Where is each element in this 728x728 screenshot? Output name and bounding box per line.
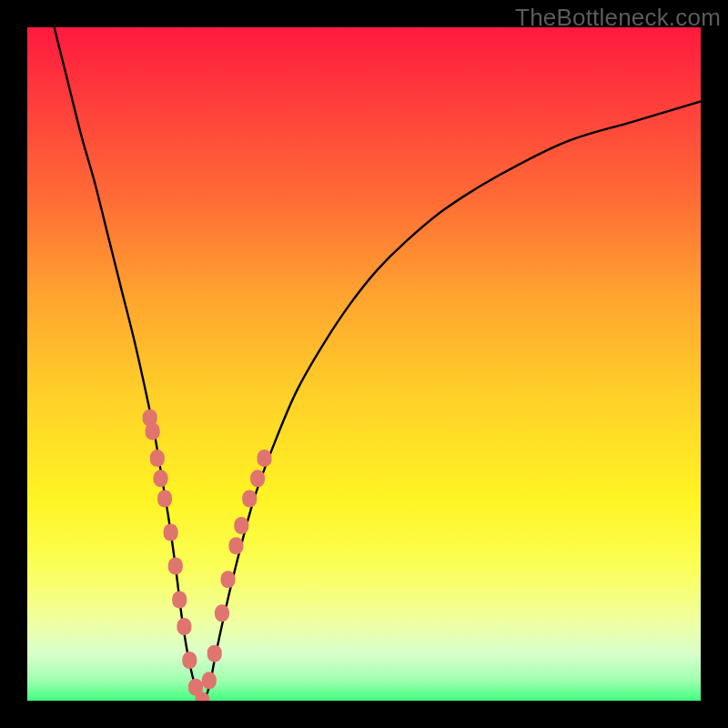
marker-dot (182, 652, 197, 669)
chart-frame: TheBottleneck.com (0, 0, 728, 728)
marker-dot (221, 571, 236, 588)
marker-dot (234, 517, 248, 534)
marker-dot (172, 592, 187, 609)
marker-dot (154, 470, 168, 487)
marker-dot (228, 537, 243, 554)
marker-dot (207, 645, 222, 662)
marker-dot (168, 558, 183, 575)
marker-dot (146, 423, 160, 440)
marker-dot (242, 490, 257, 508)
marker-dot (150, 450, 165, 467)
marker-dot (177, 618, 191, 635)
marker-dot (250, 470, 265, 487)
watermark-text: TheBottleneck.com (515, 4, 721, 32)
marker-dot (258, 450, 272, 467)
marker-dot (202, 672, 217, 689)
marker-dot (215, 604, 229, 622)
marker-dot (164, 524, 178, 541)
marker-dot (157, 490, 172, 508)
bottleneck-curve (55, 27, 701, 701)
chart-overlay (27, 27, 701, 701)
curve-markers (143, 410, 272, 701)
